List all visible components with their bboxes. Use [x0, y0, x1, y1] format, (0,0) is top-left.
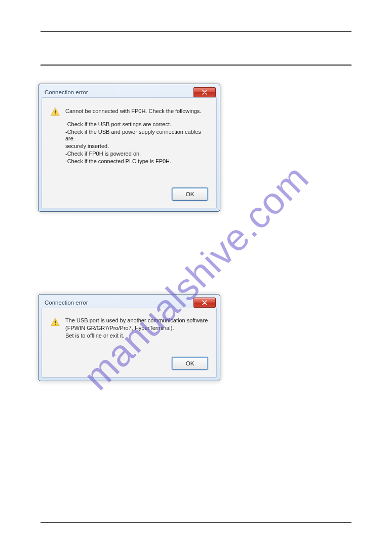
warning-icon	[50, 107, 60, 117]
svg-rect-3	[55, 324, 56, 325]
ok-button-label: OK	[186, 191, 194, 198]
dialog-title-text: Connection error	[45, 300, 193, 306]
dialog-line: -Check if the USB and power supply conne…	[65, 129, 208, 143]
dialog-body: Cannot be connected with FP0H. Check the…	[42, 97, 217, 208]
warning-icon	[50, 317, 60, 327]
page-bottom-rule	[41, 522, 351, 523]
dialog-lines: -Check if the USB port settings are corr…	[65, 121, 208, 165]
dialog-line: The USB port is used by another communic…	[65, 317, 208, 324]
dialog-line: Set is to offline or exit it.	[65, 333, 208, 340]
ok-button-label: OK	[186, 360, 194, 367]
svg-rect-2	[55, 321, 56, 323]
close-icon	[202, 90, 207, 95]
close-button[interactable]	[193, 298, 216, 308]
connection-error-dialog-1: Connection error Cannot be connected wit…	[38, 84, 220, 212]
dialog-lines: The USB port is used by another communic…	[65, 317, 208, 339]
dialog-titlebar: Connection error	[42, 298, 217, 308]
close-button[interactable]	[193, 87, 216, 97]
dialog-message: The USB port is used by another communic…	[65, 317, 208, 340]
dialog-title-text: Connection error	[45, 89, 193, 95]
dialog-line: -Check if the USB port settings are corr…	[65, 121, 208, 128]
dialog-line: securely inserted.	[65, 143, 208, 150]
dialog-body: The USB port is used by another communic…	[42, 308, 217, 378]
svg-rect-1	[55, 114, 56, 115]
page-mid-rule	[41, 64, 351, 66]
dialog-message: Cannot be connected with FP0H. Check the…	[65, 107, 208, 165]
dialog-line: (FPWIN GR/GR7/Pro/Pro7, HyperTerminal).	[65, 325, 208, 332]
dialog-titlebar: Connection error	[42, 87, 217, 97]
page-top-rule	[41, 31, 351, 32]
close-icon	[202, 300, 207, 305]
connection-error-dialog-2: Connection error The USB port is used by…	[38, 294, 220, 381]
dialog-line: -Check if FP0H is powered on.	[65, 151, 208, 158]
dialog-heading: Cannot be connected with FP0H. Check the…	[65, 108, 208, 115]
ok-button[interactable]: OK	[172, 188, 208, 201]
svg-rect-0	[55, 110, 56, 113]
ok-button[interactable]: OK	[172, 357, 208, 370]
dialog-line: -Check if the connected PLC type is FP0H…	[65, 158, 208, 165]
